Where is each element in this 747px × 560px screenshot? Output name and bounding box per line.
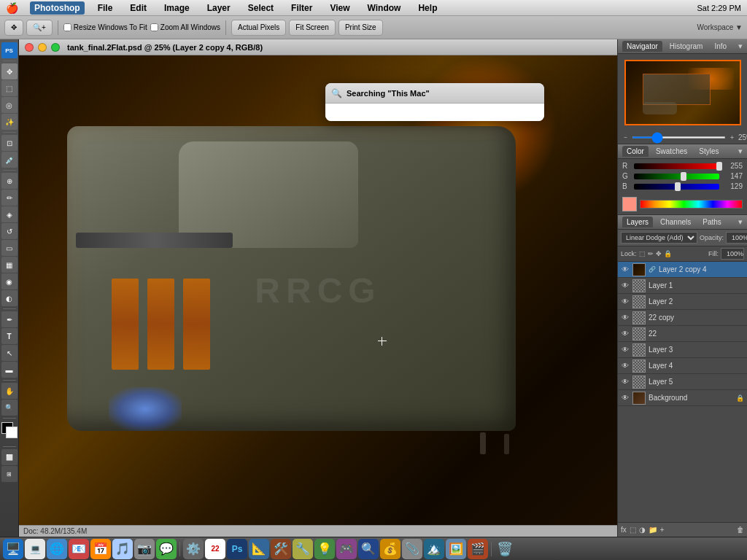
actual-pixels-btn[interactable]: Actual Pixels [231,20,286,36]
dock-icon-22[interactable]: 🎬 [468,539,488,559]
layer-item[interactable]: 👁22 [618,326,747,342]
zoom-slider[interactable] [632,136,726,139]
tab-histogram[interactable]: Histogram [665,41,708,52]
dock-icon-18[interactable]: 💰 [380,539,400,559]
tool-gradient[interactable]: ▦ [1,257,18,273]
layer-adjustment-btn[interactable]: ◑ [639,526,646,534]
dock-icon-3[interactable]: 🌐 [47,539,67,559]
menu-file[interactable]: File [93,1,117,15]
resize-windows-checkbox[interactable] [63,23,71,31]
tool-marquee[interactable]: ⬚ [1,80,18,96]
zoom-in-icon[interactable]: ＋ [729,133,735,142]
navigator-panel-menu[interactable]: ▾ [738,42,743,51]
tool-mode-standard[interactable]: ⬜ [1,449,18,465]
window-close-btn[interactable] [25,43,34,52]
blend-mode-select[interactable]: Linear Dodge (Add) Normal Multiply Scree… [621,232,697,244]
dock-icon-21[interactable]: 🖼️ [446,539,466,559]
dock-icon-16[interactable]: 🎮 [336,539,357,559]
layer-visibility-icon[interactable]: 👁 [621,281,630,290]
tool-pathselect[interactable]: ↖ [1,345,18,361]
fill-input[interactable] [721,248,744,260]
spotlight-search-input[interactable] [325,104,544,121]
menu-layer[interactable]: Layer [203,1,235,15]
tool-clone[interactable]: ◈ [1,206,18,222]
layer-visibility-icon[interactable]: 👁 [621,314,630,322]
canvas-cursor[interactable] [378,337,387,346]
lock-transparent-btn[interactable]: ⬚ [639,250,646,257]
layer-item[interactable]: 👁🔗Layer 2 copy 4 [618,262,747,278]
tool-eyedrop[interactable]: 💉 [1,152,18,168]
layer-visibility-icon[interactable]: 👁 [621,298,630,306]
lock-all-btn[interactable]: 🔒 [664,250,672,257]
menu-help[interactable]: Help [414,1,441,15]
tool-lasso[interactable]: ◎ [1,97,18,113]
dock-icon-5[interactable]: 📅 [90,539,111,559]
color-spectrum-bar[interactable] [640,200,743,209]
dock-icon-4[interactable]: 📧 [69,539,89,559]
zoom-all-checkbox[interactable] [150,23,158,31]
dock-icon-12[interactable]: 📐 [249,539,269,559]
dock-icon-19[interactable]: 📎 [402,539,422,559]
lock-move-btn[interactable]: ✥ [656,250,662,257]
print-size-btn[interactable]: Print Size [338,20,383,36]
navigator-thumbnail[interactable] [624,60,741,125]
tab-navigator[interactable]: Navigator [622,41,662,52]
tab-color[interactable]: Color [622,146,649,157]
zoom-in-btn[interactable]: 🔍+ [26,20,53,36]
tool-history[interactable]: ↺ [1,223,18,239]
foreground-color-swatch[interactable] [622,197,637,211]
canvas-image[interactable]: RRCG [19,55,617,525]
tool-brush[interactable]: ✏ [1,190,18,206]
dock-finder[interactable]: 🖥️ [3,539,23,559]
dock-icon-9[interactable]: ⚙️ [183,539,204,559]
dock-icon-14[interactable]: 🔧 [293,539,313,559]
color-picker[interactable] [1,422,18,444]
layer-item[interactable]: 👁Layer 3 [618,342,747,358]
zoom-out-icon[interactable]: － [622,133,629,142]
layer-item[interactable]: 👁22 copy [618,310,747,326]
menu-view[interactable]: View [325,1,354,15]
tool-heal[interactable]: ⊕ [1,173,18,189]
tool-text[interactable]: T [1,328,18,344]
layers-panel-menu[interactable]: ▾ [738,217,743,227]
layer-visibility-icon[interactable]: 👁 [621,378,630,386]
tool-move[interactable]: ✥ [1,63,18,79]
fit-screen-btn[interactable]: Fit Screen [289,20,336,36]
dock-calendar[interactable]: 22 [205,539,225,559]
layer-visibility-icon[interactable]: 👁 [621,330,630,338]
tool-crop[interactable]: ⊡ [1,135,18,151]
opacity-input[interactable] [726,232,747,244]
layer-visibility-icon[interactable]: 👁 [621,362,630,370]
layer-item[interactable]: 👁Layer 5 [618,374,747,390]
tool-screen-mode[interactable]: ⊞ [1,466,18,482]
dock-icon-8[interactable]: 💬 [156,539,177,559]
tab-layers[interactable]: Layers [622,217,653,228]
layer-item[interactable]: 👁Layer 4 [618,358,747,374]
window-maximize-btn[interactable] [51,43,60,52]
tab-styles[interactable]: Styles [694,146,723,157]
tool-wand[interactable]: ✨ [1,114,18,130]
layer-visibility-icon[interactable]: 👁 [621,346,630,354]
menu-select[interactable]: Select [244,1,278,15]
window-minimize-btn[interactable] [38,43,47,52]
layer-item[interactable]: 👁Layer 1 [618,278,747,294]
dock-photoshop[interactable]: Ps [227,539,247,559]
layer-visibility-icon[interactable]: 👁 [621,265,630,274]
dock-icon-20[interactable]: 🏔️ [424,539,444,559]
menu-window[interactable]: Window [363,1,406,15]
lock-paint-btn[interactable]: ✏ [648,250,654,257]
layer-delete-btn[interactable]: 🗑 [737,526,744,534]
dock-icon-17[interactable]: 🔍 [358,539,379,559]
tab-info[interactable]: Info [710,41,731,52]
tool-blur[interactable]: ◉ [1,273,18,289]
menu-edit[interactable]: Edit [125,1,151,15]
layer-group-btn[interactable]: 📁 [649,526,657,534]
apple-menu[interactable]: 🍎 [6,2,18,14]
canvas-content[interactable]: RRCG [19,55,617,525]
tool-dodge[interactable]: ◐ [1,290,18,306]
tool-zoom[interactable]: 🔍 [1,400,18,416]
menu-photoshop[interactable]: Photoshop [30,1,85,15]
menu-filter[interactable]: Filter [287,1,317,15]
layer-item[interactable]: 👁Background🔒 [618,390,747,406]
move-tool-btn[interactable]: ✥ [4,20,23,36]
